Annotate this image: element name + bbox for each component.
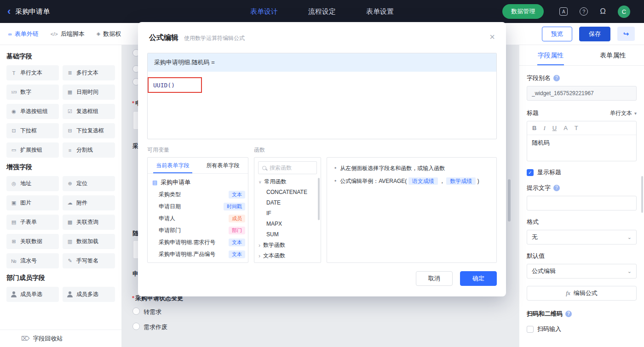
tab-form-settings[interactable]: 表单设置 xyxy=(366,7,394,16)
field-member-multi[interactable]: 成员多选 xyxy=(63,287,115,302)
tree-root-form[interactable]: ▤ 采购申请单 xyxy=(148,176,248,188)
app-icon[interactable]: A xyxy=(559,7,568,16)
italic-button[interactable]: I xyxy=(543,125,545,132)
variable-row[interactable]: 申请日期 时间戳 xyxy=(148,200,248,212)
cancel-button[interactable]: 取消 xyxy=(416,271,453,286)
field-image[interactable]: ▣图片 xyxy=(6,195,59,210)
preview-button[interactable]: 预览 xyxy=(542,27,572,41)
field-multi-line-text[interactable]: ≣多行文本 xyxy=(63,65,115,80)
avatar[interactable]: C xyxy=(618,6,630,18)
field-datetime[interactable]: ▦日期时间 xyxy=(63,85,115,100)
function-item[interactable]: MAPX xyxy=(259,219,316,229)
scan-input-row[interactable]: 扫码输入 xyxy=(527,325,637,333)
field-radio-group[interactable]: ◉单选按钮组 xyxy=(6,104,59,119)
tab-form-properties[interactable]: 表单属性 xyxy=(582,45,644,65)
bullet-icon: • xyxy=(334,177,336,186)
field-address[interactable]: ◎地址 xyxy=(6,176,59,191)
back-icon[interactable]: ‹ xyxy=(0,0,15,23)
variable-row[interactable]: 采购类型 文本 xyxy=(148,188,248,200)
font-size-button[interactable]: T xyxy=(575,125,578,131)
function-item[interactable]: SUM xyxy=(259,229,316,240)
field-number[interactable]: 123数字 xyxy=(6,85,59,100)
scrollbar[interactable] xyxy=(641,176,643,213)
function-group-text[interactable]: › 文本函数 xyxy=(259,250,316,261)
formula-editor: 采购申请明细.随机码 = UUID() xyxy=(147,53,497,139)
canvas-scrollbar[interactable] xyxy=(508,179,511,222)
underline-button[interactable]: U xyxy=(552,125,557,131)
save-button[interactable]: 保存 xyxy=(579,27,610,41)
checkbox-unchecked-icon[interactable] xyxy=(527,326,534,333)
tab-process-settings[interactable]: 流程设定 xyxy=(308,7,336,16)
variable-row[interactable]: 采购申请明细.需求行号 文本 xyxy=(148,236,248,248)
field-subform[interactable]: ▤子表单 xyxy=(6,215,59,230)
format-value: 无 xyxy=(532,233,538,241)
function-group-common[interactable]: ∨ 常用函数 xyxy=(259,176,316,187)
field-linked-data[interactable]: ⊞关联数据 xyxy=(6,234,59,249)
radio-option-label[interactable]: 转需求 xyxy=(144,308,161,316)
field-signature[interactable]: ✎手写签名 xyxy=(63,253,115,268)
checkbox-group-icon: ☑ xyxy=(66,108,74,114)
field-data-load[interactable]: ▥数据加载 xyxy=(63,234,115,249)
field-attachment[interactable]: ☁附件 xyxy=(63,195,115,210)
function-search-box[interactable] xyxy=(258,161,317,174)
field-checkbox-group[interactable]: ☑复选框组 xyxy=(63,104,115,119)
image-icon: ▣ xyxy=(10,200,17,206)
edit-formula-button[interactable]: fx 编辑公式 xyxy=(527,286,637,301)
title-value-input[interactable]: 随机码 xyxy=(527,135,636,161)
variable-type-badge: 文本 xyxy=(229,191,245,199)
form-external-link[interactable]: ∞ 表单外链 xyxy=(8,30,39,38)
radio-icon[interactable] xyxy=(132,323,140,330)
radio-option-label[interactable]: 需求作废 xyxy=(144,323,167,331)
backend-script-link[interactable]: </> 后端脚本 xyxy=(51,30,85,38)
field-label: 多行文本 xyxy=(76,69,98,77)
field-linked-query[interactable]: ▩关联查询 xyxy=(63,215,115,230)
tab-all-form-fields[interactable]: 所有表单字段 xyxy=(198,158,248,173)
tab-form-design[interactable]: 表单设计 xyxy=(250,7,278,16)
toolbar-actions: 预览 保存 ↪ xyxy=(542,27,644,41)
field-extend-button[interactable]: ▭扩展按钮 xyxy=(6,142,59,158)
field-dropdown-multi[interactable]: ⊟下拉复选框 xyxy=(63,123,115,138)
tab-current-form-fields[interactable]: 当前表单字段 xyxy=(148,158,198,173)
function-group-math[interactable]: › 数学函数 xyxy=(259,240,316,250)
radio-icon[interactable] xyxy=(132,307,140,315)
show-title-row[interactable]: ✓ 显示标题 xyxy=(527,168,637,176)
field-divider[interactable]: ≡分割线 xyxy=(63,142,115,158)
function-item[interactable]: IF xyxy=(259,208,316,219)
default-value-select[interactable]: 公式编辑 ⌄ xyxy=(527,264,637,279)
scrollbar[interactable] xyxy=(318,178,320,220)
function-item[interactable]: CONCATENATE xyxy=(259,187,316,198)
formula-input-area[interactable]: UUID() xyxy=(148,72,496,139)
help-icon[interactable]: ? xyxy=(553,75,560,81)
data-permission-link[interactable]: ◈ 数据权 xyxy=(97,30,121,38)
field-label: 分割线 xyxy=(76,146,93,154)
confirm-button[interactable]: 确定 xyxy=(460,271,497,286)
field-serial-number[interactable]: №流水号 xyxy=(6,253,59,268)
field-location[interactable]: ⊕定位 xyxy=(63,176,115,191)
bell-icon[interactable]: Ω xyxy=(600,7,606,16)
help-icon[interactable]: ? xyxy=(580,7,588,16)
variable-row[interactable]: 采购申请明细.产品编号 文本 xyxy=(148,248,248,260)
function-search-input[interactable] xyxy=(270,165,306,171)
widget-type-select[interactable]: 单行文本 ▾ xyxy=(610,109,637,117)
help-icon[interactable]: ? xyxy=(565,311,572,317)
share-button[interactable]: ↪ xyxy=(617,27,635,41)
bold-button[interactable]: B xyxy=(532,125,536,131)
hint-text-input[interactable] xyxy=(527,196,637,210)
close-icon[interactable]: × xyxy=(489,33,495,40)
variable-row[interactable]: 申请部门 部门 xyxy=(148,224,248,236)
function-item[interactable]: DATE xyxy=(259,198,316,208)
font-color-button[interactable]: A xyxy=(564,125,568,131)
format-select[interactable]: 无 ⌄ xyxy=(527,230,637,245)
field-dropdown[interactable]: ⊡下拉框 xyxy=(6,123,59,138)
field-recycle-bin[interactable]: ⌦ 字段回收站 xyxy=(0,330,121,347)
help-icon[interactable]: ? xyxy=(553,185,560,191)
field-member-single[interactable]: 成员单选 xyxy=(6,287,59,302)
data-manage-button[interactable]: 数据管理 xyxy=(502,4,544,19)
field-single-line-text[interactable]: T单行文本 xyxy=(6,65,59,80)
bullet-icon: • xyxy=(334,164,336,173)
tab-field-properties[interactable]: 字段属性 xyxy=(519,45,582,65)
checkbox-checked-icon[interactable]: ✓ xyxy=(527,169,534,176)
variable-row[interactable]: 申请人 成员 xyxy=(148,212,248,224)
format-toolbar: B I U A T xyxy=(527,121,636,135)
field-alias-input[interactable] xyxy=(527,86,637,101)
